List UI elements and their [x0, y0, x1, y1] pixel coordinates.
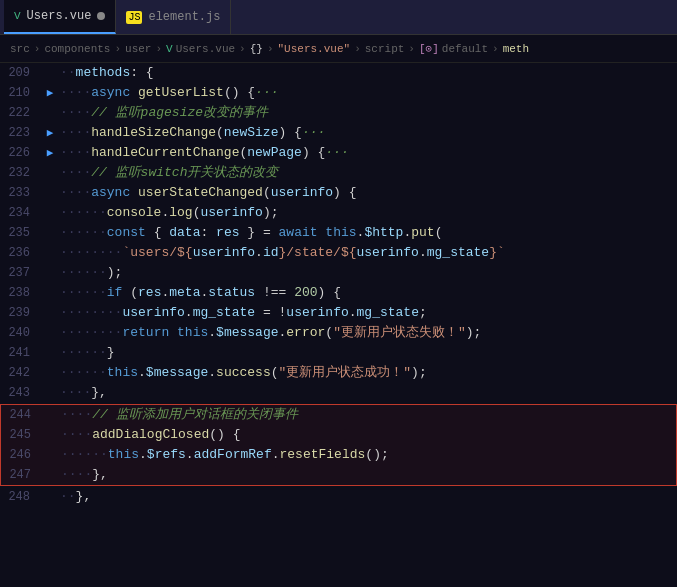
line-248: 248 ··},	[0, 487, 677, 507]
line-210: 210 ▶ ····async getUserList() {···	[0, 83, 677, 103]
line-241: 241 ······}	[0, 343, 677, 363]
breadcrumb-filename: "Users.vue"	[278, 43, 351, 55]
breadcrumb-default-icon: [⊙]	[419, 42, 439, 55]
line-245: 245 ····addDialogClosed() {	[1, 425, 676, 445]
line-226: 226 ▶ ····handleCurrentChange(newPage) {…	[0, 143, 677, 163]
editor-window: V Users.vue JS element.js src › componen…	[0, 0, 677, 587]
breadcrumb-default: default	[442, 43, 488, 55]
line-243: 243 ····},	[0, 383, 677, 403]
breadcrumb: src › components › user › V Users.vue › …	[0, 35, 677, 63]
code-editor[interactable]: 209 ··methods: { 210 ▶ ····async getUser…	[0, 63, 677, 587]
js-icon: JS	[126, 11, 142, 24]
breadcrumb-src: src	[10, 43, 30, 55]
line-244: 244 ····// 监听添加用户对话框的关闭事件	[1, 405, 676, 425]
tab-users-vue[interactable]: V Users.vue	[4, 0, 116, 34]
breadcrumb-vue-icon: V	[166, 43, 173, 55]
line-246: 246 ······this.$refs.addFormRef.resetFie…	[1, 445, 676, 465]
line-234: 234 ······console.log(userinfo);	[0, 203, 677, 223]
line-237: 237 ······);	[0, 263, 677, 283]
line-223: 223 ▶ ····handleSizeChange(newSize) {···	[0, 123, 677, 143]
vue-icon: V	[14, 10, 21, 22]
breadcrumb-user: user	[125, 43, 151, 55]
tab-label-users-vue: Users.vue	[27, 9, 92, 23]
breadcrumb-obj: {}	[250, 43, 263, 55]
tab-bar: V Users.vue JS element.js	[0, 0, 677, 35]
line-240: 240 ········return this.$message.error("…	[0, 323, 677, 343]
line-209: 209 ··methods: {	[0, 63, 677, 83]
line-239: 239 ········userinfo.mg_state = !userinf…	[0, 303, 677, 323]
line-236: 236 ········`users/${userinfo.id}/state/…	[0, 243, 677, 263]
line-235: 235 ······const { data: res } = await th…	[0, 223, 677, 243]
tab-modified-dot	[97, 12, 105, 20]
line-233: 233 ····async userStateChanged(userinfo)…	[0, 183, 677, 203]
breadcrumb-meth: meth	[503, 43, 529, 55]
line-242: 242 ······this.$message.success("更新用户状态成…	[0, 363, 677, 383]
line-247: 247 ····},	[1, 465, 676, 485]
breadcrumb-users-vue: Users.vue	[176, 43, 235, 55]
tab-label-element-js: element.js	[148, 10, 220, 24]
highlighted-block: 244 ····// 监听添加用户对话框的关闭事件 245 ····addDia…	[0, 404, 677, 486]
breadcrumb-components: components	[44, 43, 110, 55]
line-222: 222 ····// 监听pagesize改变的事件	[0, 103, 677, 123]
line-232: 232 ····// 监听switch开关状态的改变	[0, 163, 677, 183]
tab-element-js[interactable]: JS element.js	[116, 0, 231, 34]
breadcrumb-script: script	[365, 43, 405, 55]
line-238: 238 ······if (res.meta.status !== 200) {	[0, 283, 677, 303]
